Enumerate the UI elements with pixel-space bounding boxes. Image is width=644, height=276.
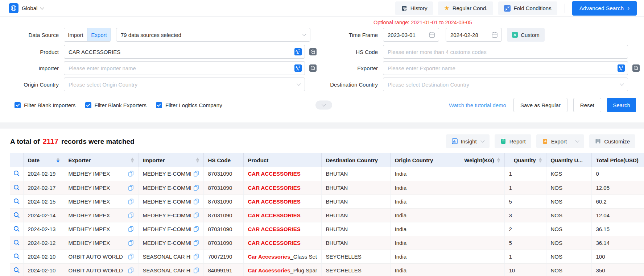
copy-icon[interactable] — [193, 198, 199, 205]
sort-icons[interactable] — [131, 158, 134, 163]
fold-conditions-button[interactable]: Fold Conditions — [498, 1, 557, 15]
end-date-input[interactable]: 2024-02-28 — [446, 28, 502, 42]
fuzzy-search-icon[interactable] — [309, 64, 317, 72]
copy-icon[interactable] — [128, 267, 134, 273]
cell-product: CAR ACCESSORIES — [243, 167, 321, 181]
copy-icon[interactable] — [193, 226, 199, 232]
cell-hs_code: 84099191 — [203, 263, 243, 276]
destination-country-select[interactable]: Please select Destination Country — [383, 78, 628, 91]
cell-weight — [452, 208, 504, 222]
filter-blank-importers-checkbox[interactable]: Filter Blank Importers — [15, 102, 76, 108]
copy-icon[interactable] — [128, 226, 134, 232]
results-table: Date Exporter Importer HS Code Product D… — [10, 153, 644, 276]
region-label: Global — [22, 5, 37, 11]
table-row: 2024-02-10ORBIT AUTO WORLDSEASONAL CAR H… — [10, 250, 644, 263]
insight-label: Insight — [461, 138, 477, 145]
copy-icon[interactable] — [128, 212, 134, 218]
importer-input[interactable] — [64, 61, 305, 75]
cell-quantity_unit: NOS — [546, 263, 591, 276]
cell-product: Car Accessories_Glass Set — [243, 250, 321, 263]
product-highlight: CAR ACCESSORIES — [248, 198, 301, 205]
product-input[interactable] — [64, 45, 305, 59]
sort-icons[interactable] — [57, 158, 59, 163]
translate-icon[interactable]: A — [618, 64, 625, 72]
copy-icon[interactable] — [193, 267, 199, 273]
magnifier-icon[interactable] — [12, 238, 21, 247]
save-as-regular-button[interactable]: Save as Regular — [513, 98, 567, 112]
region-switcher[interactable]: Global — [9, 3, 44, 13]
fold-icon — [504, 5, 511, 12]
product-highlight: CAR ACCESSORIES — [248, 171, 301, 177]
data-sources-select[interactable]: 79 data sources selected — [116, 28, 310, 42]
column-header-product: Product — [243, 153, 321, 167]
hs-code-input[interactable] — [383, 45, 628, 59]
filter-blank-exporters-checkbox[interactable]: Filter Blank Exporters — [85, 102, 146, 108]
sort-icons[interactable] — [497, 158, 500, 163]
cell-date: 2024-02-15 — [23, 195, 64, 208]
translate-icon[interactable]: A — [294, 64, 302, 72]
cell-product: CAR ACCESSORIES — [243, 181, 321, 195]
magnifier-icon[interactable] — [12, 169, 21, 178]
search-button[interactable]: Search — [607, 98, 636, 112]
product-rest: _Glass Set — [290, 254, 317, 260]
tutorial-demo-link[interactable]: Watch the tutorial demo — [449, 102, 506, 108]
magnifier-icon[interactable] — [12, 225, 21, 233]
magnifier-icon[interactable] — [12, 211, 21, 219]
start-date-input[interactable]: 2023-03-01 — [383, 28, 439, 42]
copy-icon[interactable] — [193, 171, 199, 177]
cell-total_price: 350 — [591, 263, 644, 276]
cell-importer: MEDHEY E-COMME — [138, 208, 203, 222]
column-header-importer[interactable]: Importer — [138, 153, 203, 167]
column-header-exporter[interactable]: Exporter — [64, 153, 138, 167]
translate-icon[interactable]: A — [294, 48, 302, 55]
divider — [572, 138, 572, 144]
origin-country-label: Origin Country — [0, 81, 64, 88]
regular-conditions-button[interactable]: ★ Regular Cond. — [438, 1, 493, 15]
copy-icon[interactable] — [128, 171, 134, 177]
insight-button[interactable]: Insight — [446, 134, 490, 148]
copy-icon[interactable] — [128, 185, 134, 191]
chevron-down-icon — [297, 81, 301, 85]
copy-icon[interactable] — [193, 212, 199, 218]
filter-logistics-company-checkbox[interactable]: Filter Logitics Company — [156, 102, 222, 108]
sort-icons[interactable] — [196, 158, 199, 163]
cell-importer: MEDHEY E-COMME — [138, 195, 203, 208]
history-button[interactable]: History — [395, 1, 433, 15]
report-button[interactable]: Report — [495, 134, 531, 148]
magnifier-icon[interactable] — [12, 252, 21, 261]
copy-icon[interactable] — [193, 185, 199, 191]
fuzzy-search-icon[interactable] — [632, 64, 640, 72]
filter-label: Filter Blank Exporters — [95, 102, 146, 108]
copy-icon[interactable] — [193, 240, 199, 246]
column-header-weight-kg[interactable]: Weight(KG) — [452, 153, 504, 167]
export-button[interactable]: Export — [536, 134, 584, 148]
exporter-input[interactable] — [383, 61, 628, 75]
column-header-date[interactable]: Date — [23, 153, 64, 167]
advanced-search-button[interactable]: Advanced Search › — [572, 1, 637, 16]
customize-columns-icon — [595, 138, 601, 145]
copy-icon[interactable] — [128, 240, 134, 246]
reset-button[interactable]: Reset — [573, 98, 601, 112]
copy-icon[interactable] — [193, 254, 199, 260]
magnifier-icon[interactable] — [12, 266, 21, 275]
export-toggle-button[interactable]: Export — [87, 28, 111, 41]
import-toggle-button[interactable]: Import — [64, 28, 87, 41]
magnifier-icon[interactable] — [12, 197, 21, 206]
sort-icons[interactable] — [539, 158, 542, 163]
checkbox-checked-icon — [156, 102, 162, 108]
copy-icon[interactable] — [128, 254, 134, 260]
column-label: Total Price(USD) — [596, 157, 639, 163]
export-label: Export — [551, 138, 567, 145]
magnifier-icon[interactable] — [12, 183, 21, 192]
cell-origin_country: India — [390, 195, 452, 208]
time-frame-label: Time Frame — [318, 32, 383, 38]
copy-icon[interactable] — [128, 198, 134, 205]
collapse-conditions-button[interactable] — [315, 101, 332, 110]
cell-view — [10, 236, 23, 250]
origin-country-select[interactable]: Please select Origin Country — [64, 78, 305, 91]
column-header-quantity[interactable]: Quantity — [504, 153, 546, 167]
fuzzy-search-icon[interactable] — [309, 48, 317, 55]
cell-date: 2024-02-17 — [23, 181, 64, 195]
customize-button[interactable]: Customize — [589, 134, 635, 148]
custom-range-button[interactable]: Custom — [507, 28, 545, 42]
